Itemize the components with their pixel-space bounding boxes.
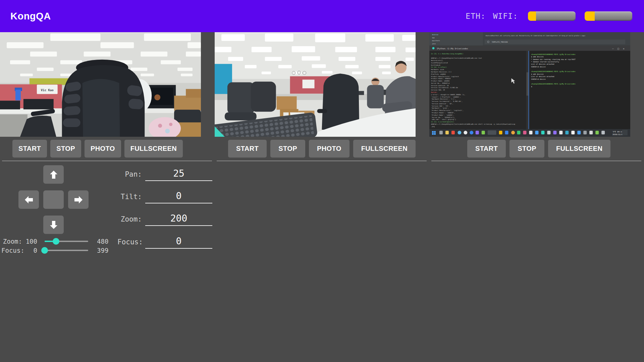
svg-text:Version Incremental: 0.902.64: Version Incremental: 0.902.64 [431,87,458,88]
svg-text:SizeOfOutputList=0: SizeOfOutputList=0 [431,62,448,64]
camera-1-feed: Vic Kao [0,32,201,137]
ptz-controls: Zoom: 100 480 Focus: 0 399 [0,161,215,262]
camera-2-stop-button[interactable]: STOP [270,140,305,158]
sign-text: Vic Kao [41,88,54,92]
pan-left-button[interactable] [18,190,39,209]
svg-text:Version SDK: 29: Version SDK: 29 [431,89,445,91]
svg-text:Android: Android [432,34,438,36]
close-icon: ✕ [623,47,625,50]
focus-slider-max: 399 [97,247,108,254]
svg-text:Product Manufacturer: Logitech: Product Manufacturer: Logitech [431,76,459,77]
camera-3-fullscreen-button[interactable]: FULLSCREEN [548,140,610,158]
camera-2-start-button[interactable]: START [228,140,267,158]
svg-text:In [3]: k = RobotRun.kong.Kong: In [3]: k = RobotRun.kong.KongADB() [431,53,464,55]
pan-down-button[interactable] [43,216,64,234]
svg-text:Version Android: 10: Version Android: 10 [431,85,449,86]
svg-text:Product Model: VR0019: Product Model: VR0019 [431,78,450,79]
camera-2-fullscreen-button[interactable]: FULLSCREEN [353,140,416,158]
svg-text:* daemon started successfully: * daemon started successfully [531,61,559,63]
zoom-slider-max: 480 [97,238,108,245]
svg-text:In [5]: k.screenCapture(): In [5]: k.screenCapture() [431,121,454,123]
svg-text:$: $ [531,86,532,87]
camera-3-start-button[interactable]: START [467,140,506,158]
focus-slider[interactable] [45,247,88,254]
arrow-right-icon [73,195,84,205]
svg-text:ReturnList=[]: ReturnList=[] [431,60,443,61]
camera-2-photo-button[interactable]: PHOTO [309,140,350,158]
zoom-slider-thumb[interactable] [53,238,59,245]
zoom-input[interactable] [145,213,212,226]
pan-center-button[interactable] [43,190,64,209]
focus-slider-row: Focus: 0 399 [1,246,112,255]
camera-3-divider [431,161,641,161]
wifi-level-bar [585,11,632,21]
console-title: IPython: G:\My Drive\codes [437,47,468,50]
wifi-level-fill [585,11,595,21]
ide-search-text: TEMPLATE_PREVIEW [492,41,508,43]
camera-1-photo-button[interactable]: PHOTO [85,140,121,158]
taskbar-tray [622,130,628,135]
arrow-up-icon [49,170,59,180]
camera-grid: Vic Kao [0,32,644,262]
tilt-field-row: Tilt: [117,190,212,203]
zoom-slider[interactable] [45,238,88,245]
svg-text:'Product Model': 'VR0019',: 'Product Model': 'VR0019', [431,112,455,114]
camera-1-column: Vic Kao [0,32,215,262]
camera-2-divider [217,161,427,161]
maximize-icon: □ [618,47,619,50]
partition-poster [303,80,315,88]
svg-text:'Version SDK': '29',: 'Version SDK': '29', [431,105,449,107]
app-header: KongQA ETH: WIFI: [0,0,644,32]
svg-text:Serial No.: 93858fc4: Serial No.: 93858fc4 [431,82,449,84]
svg-text:$ adb devices: $ adb devices [531,56,543,58]
svg-text:Hardware: qcom: Hardware: qcom [431,69,444,70]
zoom-slider-row: Zoom: 100 480 [1,237,112,246]
svg-text:ADBCmd = C:\EasyAVEngine\Tools: ADBCmd = C:\EasyAVEngine\Tools\Android\A… [431,123,515,125]
pan-up-button[interactable] [43,165,64,184]
focus-slider-thumb[interactable] [41,247,48,254]
svg-text:Out[4]:: Out[4]: [431,92,437,93]
wifi-label: WIFI: [493,12,518,20]
pan-input[interactable] [145,168,212,181]
svg-text:app: app [432,37,435,39]
name-sign: Vic Kao [37,84,58,94]
eth-level-bar [528,11,576,21]
minimize-icon: – [612,47,614,50]
svg-text:'Product Manufacturer': 'Logit: 'Product Manufacturer': 'Logitech', [431,110,464,111]
svg-text:$ adb devices: $ adb devices [531,73,543,75]
camera-3-stop-button[interactable]: STOP [509,140,544,158]
pane-divider [529,51,529,129]
pan-field-label: Pan: [117,170,142,181]
focus-input[interactable] [145,236,212,249]
wall-clocks [292,71,306,75]
zoom-field-row: Zoom: [117,213,212,226]
focus-slider-track[interactable] [45,250,88,251]
svg-text:Platform: sdm845: Platform: sdm845 [431,73,446,75]
svg-text:93858fc4 device: 93858fc4 device [531,66,545,68]
app-title: KongQA [10,11,51,22]
camera-1-stop-button[interactable]: STOP [50,140,81,158]
taskbar-clock-date: 2020/12/2 [612,133,623,135]
network-status: ETH: WIFI: [466,0,632,32]
camera-2-column: START STOP PHOTO FULLSCREEN [215,32,429,262]
pan-right-button[interactable] [68,190,89,209]
eth-level-fill [528,11,536,21]
camera-1-buttons: START STOP PHOTO FULLSCREEN [12,140,215,158]
svg-text:'Hardware': 'qcom',: 'Hardware': 'qcom', [431,107,448,109]
zoom-slider-min: 100 [22,238,37,245]
svg-text:93858fc4 device: 93858fc4 device [531,78,545,80]
svg-text:Hardware Revision: 2.1: Hardware Revision: 2.1 [431,71,451,73]
tilt-input[interactable] [145,190,212,203]
svg-text:Product Name: sdm845: Product Name: sdm845 [431,80,449,82]
svg-text:'Product Name': 'sdm845',: 'Product Name': 'sdm845', [431,114,454,116]
camera-3-buttons: START STOP FULLSCREEN [467,140,644,158]
camera-1-start-button[interactable]: START [12,140,47,158]
svg-text:java: java [432,43,436,45]
console-app-icon [432,47,435,49]
svg-text:List of devices attached: List of devices attached [531,63,554,65]
svg-text:'Serial No.': '93858fc4'},: 'Serial No.': '93858fc4'}, [431,117,455,118]
camera-3-column: Androidappmanifestsjava AndroidManifest.… [429,32,644,262]
camera-1-fullscreen-button[interactable]: FULLSCREEN [124,140,183,158]
eth-label: ETH: [466,12,485,20]
tilt-field-label: Tilt: [117,193,142,203]
